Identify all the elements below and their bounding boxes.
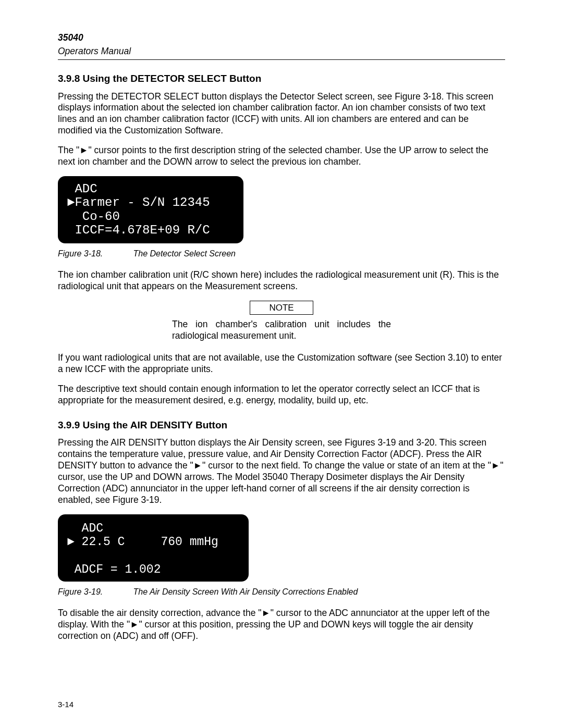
note-text: The ion chamber's calibration unit inclu… — [172, 319, 391, 342]
screen-line: ►Farmer - S/N 12345 — [67, 196, 234, 209]
air-density-screen: ADC ► 22.5 C 760 mmHg ADCF = 1.002 — [58, 514, 249, 582]
figure-title: The Air Density Screen With Air Density … — [133, 587, 358, 596]
note-label: NOTE — [250, 301, 313, 315]
screen-line: ► 22.5 C 760 mmHg — [67, 535, 239, 549]
screen-line — [67, 549, 239, 562]
section-heading-399: 3.9.9 Using the AIR DENSITY Button — [58, 419, 505, 431]
screen-line: Co-60 — [67, 210, 234, 224]
running-head-model: 35040 — [58, 32, 505, 44]
header-rule — [58, 59, 505, 60]
screen-line: ADC — [67, 182, 234, 196]
running-head-subtitle: Operators Manual — [58, 46, 505, 57]
section-heading-398: 3.9.8 Using the DETECTOR SELECT Button — [58, 72, 505, 85]
figure-caption-318: Figure 3-18. The Detector Select Screen — [58, 249, 505, 259]
body-para: The descriptive text should contain enou… — [58, 384, 505, 406]
page-number: 3-14 — [58, 700, 74, 710]
body-para: The "►" cursor points to the first descr… — [58, 145, 505, 168]
figure-title: The Detector Select Screen — [133, 249, 236, 258]
screen-line: ADC — [67, 522, 239, 535]
figure-label: Figure 3-19. — [58, 587, 131, 597]
figure-caption-319: Figure 3-19. The Air Density Screen With… — [58, 587, 505, 597]
figure-label: Figure 3-18. — [58, 249, 131, 259]
note-block: NOTE The ion chamber's calibration unit … — [172, 301, 391, 342]
screen-line: ADCF = 1.002 — [67, 563, 239, 576]
manual-page: 35040 Operators Manual 3.9.8 Using the D… — [0, 0, 563, 728]
body-para: If you want radiological units that are … — [58, 352, 505, 375]
body-para: Pressing the AIR DENSITY button displays… — [58, 437, 505, 505]
body-para: Pressing the DETECTOR SELECT button disp… — [58, 91, 505, 137]
body-para: The ion chamber calibration unit (R/C sh… — [58, 269, 505, 292]
screen-line: ICCF=4.678E+09 R/C — [67, 224, 234, 237]
body-para: To disable the air density correction, a… — [58, 608, 505, 642]
detector-select-screen: ADC ►Farmer - S/N 12345 Co-60 ICCF=4.678… — [58, 176, 243, 244]
